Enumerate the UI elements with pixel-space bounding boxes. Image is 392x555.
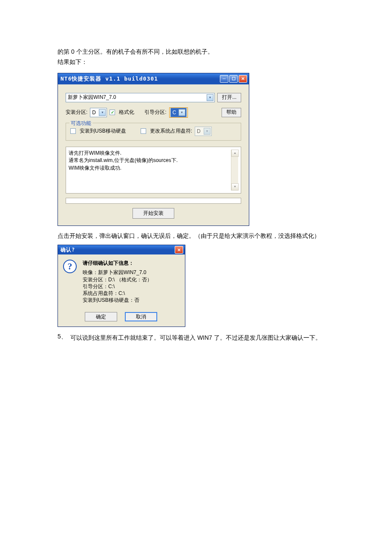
image-select-value: 新萝卜家园WIN7_7.0 xyxy=(68,94,116,101)
change-drive-checkbox[interactable] xyxy=(141,128,146,134)
scroll-up-icon[interactable]: ▲ xyxy=(231,150,239,157)
scroll-down-icon[interactable]: ▼ xyxy=(231,183,239,191)
change-drive-select: D ▼ xyxy=(195,127,212,136)
change-drive-value: D xyxy=(197,128,201,134)
intro-line-1: 的第 0 个主分区。有的机子会有所不同，比如联想的机子。 xyxy=(58,47,334,56)
intro-line-2: 结果如下： xyxy=(58,57,334,66)
after-install-text: 点击开始安装，弹出确认窗口，确认无误后，确定。（由于只是给大家演示个教程，没选择… xyxy=(58,231,334,240)
chevron-down-icon: ▼ xyxy=(99,109,106,116)
optional-fieldset: 可选功能 安装到USB移动硬盘 更改系统占用盘符: D ▼ xyxy=(66,123,241,141)
window-buttons: ─ ☐ ✕ xyxy=(220,75,247,83)
install-partition-label: 安装分区: xyxy=(66,109,87,116)
close-button[interactable]: ✕ xyxy=(175,246,183,254)
log-line: 请先打开WIM映像文件. xyxy=(69,150,178,157)
scrollbar[interactable]: ▲ ▼ xyxy=(231,150,238,191)
confirm-body: ? 请仔细确认如下信息： 映像：新萝卜家园WIN7_7.0 安装分区：D:\ （… xyxy=(58,254,185,327)
log-content: 请先打开WIM映像文件. 通常名为install.wim,位于光盘(镜像)的so… xyxy=(69,150,178,191)
confirm-dialog: 确认? ✕ ? 请仔细确认如下信息： 映像：新萝卜家园WIN7_7.0 安装分区… xyxy=(58,245,185,327)
confirm-header: 请仔细确认如下信息： xyxy=(83,260,152,266)
question-icon: ? xyxy=(63,260,77,273)
boot-partition-select[interactable]: C ▼ xyxy=(170,108,187,117)
help-button[interactable]: 帮助 xyxy=(222,108,241,117)
log-line: 通常名为install.wim,位于光盘(镜像)的sources下. xyxy=(69,157,178,164)
image-select[interactable]: 新萝卜家园WIN7_7.0 ▼ xyxy=(66,93,215,102)
optional-legend: 可选功能 xyxy=(69,120,92,127)
confirm-line: 映像：新萝卜家园WIN7_7.0 xyxy=(83,269,152,276)
progress-bar xyxy=(66,198,241,204)
confirm-line: 安装分区：D:\ （格式化：否） xyxy=(83,276,152,283)
log-line: WIM映像文件读取成功. xyxy=(69,165,178,172)
log-textarea: 请先打开WIM映像文件. 通常名为install.wim,位于光盘(镜像)的so… xyxy=(66,147,241,194)
install-partition-select[interactable]: D ▼ xyxy=(90,108,107,117)
confirm-title: 确认? xyxy=(61,246,75,254)
format-label: 格式化 xyxy=(119,109,134,116)
confirm-line: 引导分区：C:\ xyxy=(83,283,152,290)
chevron-down-icon: ▼ xyxy=(204,128,210,135)
close-button[interactable]: ✕ xyxy=(239,75,247,83)
format-checkbox[interactable]: ✓ xyxy=(110,110,115,115)
confirm-line: 安装到USB移动硬盘：否 xyxy=(83,297,152,304)
change-drive-label: 更改系统占用盘符: xyxy=(150,127,192,135)
step-number: 5、 xyxy=(58,333,70,342)
confirm-message: 请仔细确认如下信息： 映像：新萝卜家园WIN7_7.0 安装分区：D:\ （格式… xyxy=(83,260,152,304)
titlebar: NT6快捷安装器 v1.1 build0301 ─ ☐ ✕ xyxy=(58,73,249,84)
maximize-button[interactable]: ☐ xyxy=(229,75,238,83)
usb-label: 安装到USB移动硬盘 xyxy=(80,127,126,135)
boot-partition-wrap: C ▼ xyxy=(169,107,188,118)
window-body: 新萝卜家园WIN7_7.0 ▼ 打开... 安装分区: D ▼ ✓ 格式化 引导… xyxy=(58,84,249,225)
step-list: 5、 可以说到这里所有工作就结束了。可以等着进入 WIN7 了。不过还是发几张图… xyxy=(58,333,334,342)
confirm-line: 系统占用盘符：C:\ xyxy=(83,290,152,297)
boot-partition-value: C xyxy=(173,110,176,116)
chevron-down-icon: ▼ xyxy=(207,94,213,101)
minimize-button[interactable]: ─ xyxy=(220,75,228,83)
boot-partition-label: 引导分区: xyxy=(144,109,166,116)
confirm-titlebar: 确认? ✕ xyxy=(58,245,185,254)
open-button[interactable]: 打开... xyxy=(217,93,241,102)
step-text: 可以说到这里所有工作就结束了。可以等着进入 WIN7 了。不过还是发几张图让大家… xyxy=(70,333,334,342)
chevron-down-icon: ▼ xyxy=(179,109,185,116)
ok-button[interactable]: 确定 xyxy=(85,312,117,321)
install-partition-value: D xyxy=(92,110,96,116)
cancel-button[interactable]: 取消 xyxy=(125,312,157,321)
window-title: NT6快捷安装器 v1.1 build0301 xyxy=(61,75,158,83)
installer-window: NT6快捷安装器 v1.1 build0301 ─ ☐ ✕ 新萝卜家园WIN7_… xyxy=(58,73,249,226)
start-install-button[interactable]: 开始安装 xyxy=(133,208,174,219)
usb-checkbox[interactable] xyxy=(70,128,76,134)
